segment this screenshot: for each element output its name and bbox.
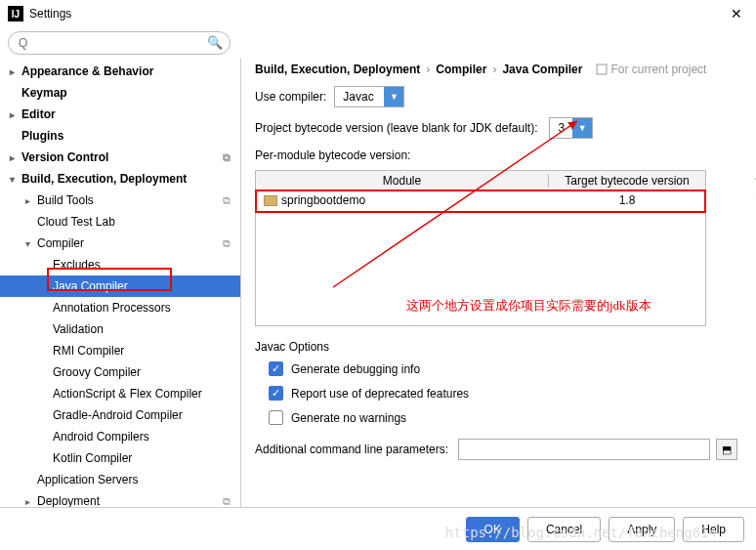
sidebar-item-build-execution-deployment[interactable]: ▾Build, Execution, Deployment bbox=[0, 168, 240, 190]
search-icon: 🔍 bbox=[207, 35, 223, 50]
debug-label: Generate debugging info bbox=[291, 362, 420, 376]
sidebar-item-plugins[interactable]: Plugins bbox=[0, 125, 240, 147]
per-module-label: Per-module bytecode version: bbox=[255, 148, 746, 162]
sidebar-item-label: Build, Execution, Deployment bbox=[21, 172, 187, 186]
tree-arrow-icon: ▸ bbox=[25, 496, 37, 507]
sidebar-item-label: Keymap bbox=[21, 86, 67, 100]
sidebar-item-rmi-compiler[interactable]: RMI Compiler bbox=[0, 340, 240, 361]
nowarn-checkbox[interactable] bbox=[269, 410, 283, 425]
remove-button[interactable]: − bbox=[750, 190, 756, 207]
window-title: Settings bbox=[29, 7, 71, 21]
tree-arrow-icon: ▸ bbox=[10, 109, 21, 120]
sidebar-item-label: Plugins bbox=[21, 129, 63, 143]
svg-rect-0 bbox=[597, 64, 607, 74]
app-icon: IJ bbox=[8, 6, 23, 21]
sidebar-item-label: Validation bbox=[53, 322, 104, 336]
nowarn-label: Generate no warnings bbox=[291, 411, 406, 425]
sidebar-item-gradle-android-compiler[interactable]: Gradle-Android Compiler bbox=[0, 404, 240, 426]
params-label: Additional command line parameters: bbox=[255, 443, 448, 456]
chevron-down-icon: ▼ bbox=[572, 118, 592, 138]
sidebar-item-label: ActionScript & Flex Compiler bbox=[53, 387, 202, 401]
tree-arrow-icon: ▸ bbox=[10, 152, 21, 163]
breadcrumb-p2: Compiler bbox=[436, 63, 486, 76]
ok-button[interactable]: OK bbox=[466, 517, 520, 542]
sidebar-item-version-control[interactable]: ▸Version Control⧉ bbox=[0, 147, 240, 168]
scope-label: For current project bbox=[596, 63, 706, 76]
sidebar-item-label: Groovy Compiler bbox=[53, 365, 141, 379]
tree-arrow-icon: ▸ bbox=[10, 66, 21, 77]
cancel-button[interactable]: Cancel bbox=[527, 517, 601, 542]
deprecated-label: Report use of deprecated features bbox=[291, 387, 469, 401]
settings-tree: ▸Appearance & BehaviorKeymap▸EditorPlugi… bbox=[0, 59, 240, 518]
breadcrumb-p1: Build, Execution, Deployment bbox=[255, 63, 420, 76]
table-row[interactable]: springbootdemo 1.8 bbox=[256, 190, 705, 210]
sidebar-item-label: Gradle-Android Compiler bbox=[53, 408, 183, 422]
breadcrumb-p3: Java Compiler bbox=[502, 63, 582, 76]
breadcrumb: Build, Execution, Deployment › Compiler … bbox=[255, 63, 746, 76]
folder-icon bbox=[264, 195, 277, 206]
chevron-right-icon: › bbox=[492, 63, 496, 76]
use-compiler-label: Use compiler: bbox=[255, 90, 326, 104]
sidebar-item-excludes[interactable]: Excludes bbox=[0, 254, 240, 275]
bytecode-select[interactable]: 3 ▼ bbox=[549, 117, 593, 139]
sidebar-item-label: Annotation Processors bbox=[53, 301, 171, 315]
chevron-right-icon: › bbox=[426, 63, 430, 76]
tree-arrow-icon: ▾ bbox=[10, 174, 21, 185]
module-table: Module Target bytecode version springboo… bbox=[255, 170, 706, 326]
sidebar-item-cloud-test-lab[interactable]: Cloud Test Lab bbox=[0, 211, 240, 233]
help-button[interactable]: Help bbox=[683, 517, 744, 542]
project-scope-icon: ⧉ bbox=[223, 237, 231, 250]
bytecode-label: Project bytecode version (leave blank fo… bbox=[255, 121, 537, 135]
sidebar-item-android-compilers[interactable]: Android Compilers bbox=[0, 426, 240, 447]
module-version: 1.8 bbox=[549, 193, 705, 207]
sidebar-item-label: Android Compilers bbox=[53, 430, 149, 444]
sidebar-item-label: Cloud Test Lab bbox=[37, 215, 115, 229]
sidebar-item-compiler[interactable]: ▾Compiler⧉ bbox=[0, 233, 240, 254]
project-scope-icon: ⧉ bbox=[223, 194, 231, 207]
module-name: springbootdemo bbox=[281, 193, 365, 207]
sidebar-item-label: Editor bbox=[21, 107, 56, 121]
sidebar-item-label: RMI Compiler bbox=[53, 344, 124, 358]
col-version: Target bytecode version bbox=[549, 174, 705, 188]
sidebar-item-appearance-behavior[interactable]: ▸Appearance & Behavior bbox=[0, 61, 240, 82]
sidebar-item-application-servers[interactable]: Application Servers bbox=[0, 469, 240, 490]
sidebar-item-validation[interactable]: Validation bbox=[0, 318, 240, 340]
sidebar-item-keymap[interactable]: Keymap bbox=[0, 82, 240, 104]
sidebar-item-groovy-compiler[interactable]: Groovy Compiler bbox=[0, 361, 240, 383]
sidebar-item-label: Application Servers bbox=[37, 473, 138, 487]
tree-arrow-icon: ▸ bbox=[25, 195, 37, 206]
sidebar-item-actionscript-flex-compiler[interactable]: ActionScript & Flex Compiler bbox=[0, 383, 240, 404]
deprecated-checkbox[interactable]: ✓ bbox=[269, 386, 283, 401]
project-scope-icon: ⧉ bbox=[223, 151, 231, 164]
search-input[interactable] bbox=[8, 31, 231, 55]
debug-checkbox[interactable]: ✓ bbox=[269, 361, 283, 376]
apply-button[interactable]: Apply bbox=[609, 517, 675, 542]
sidebar-item-label: Appearance & Behavior bbox=[21, 64, 153, 78]
sidebar-item-label: Version Control bbox=[21, 150, 108, 164]
tree-arrow-icon: ▾ bbox=[25, 238, 37, 249]
sidebar-item-label: Deployment bbox=[37, 494, 100, 508]
sidebar-item-editor[interactable]: ▸Editor bbox=[0, 104, 240, 125]
sidebar-item-annotation-processors[interactable]: Annotation Processors bbox=[0, 297, 240, 318]
close-icon[interactable]: ✕ bbox=[725, 6, 748, 21]
sidebar-item-kotlin-compiler[interactable]: Kotlin Compiler bbox=[0, 447, 240, 469]
use-compiler-select[interactable]: Javac ▼ bbox=[334, 86, 404, 107]
project-scope-icon: ⧉ bbox=[223, 495, 231, 508]
sidebar-item-label: Excludes bbox=[53, 258, 101, 272]
javac-options-title: Javac Options bbox=[255, 340, 746, 354]
sidebar-item-java-compiler[interactable]: Java Compiler bbox=[0, 275, 240, 297]
sidebar-item-build-tools[interactable]: ▸Build Tools⧉ bbox=[0, 190, 240, 211]
search-input-wrap: 🔍 bbox=[8, 31, 231, 55]
expand-icon[interactable]: ⬒ bbox=[716, 439, 737, 460]
sidebar-item-label: Compiler bbox=[37, 236, 84, 250]
chevron-down-icon: ▼ bbox=[384, 87, 403, 106]
params-input[interactable] bbox=[458, 439, 710, 460]
sidebar-item-label: Java Compiler bbox=[53, 279, 128, 293]
add-button[interactable]: + bbox=[750, 170, 756, 188]
sidebar-item-label: Kotlin Compiler bbox=[53, 451, 132, 465]
sidebar-item-label: Build Tools bbox=[37, 193, 94, 207]
col-module: Module bbox=[256, 174, 549, 188]
